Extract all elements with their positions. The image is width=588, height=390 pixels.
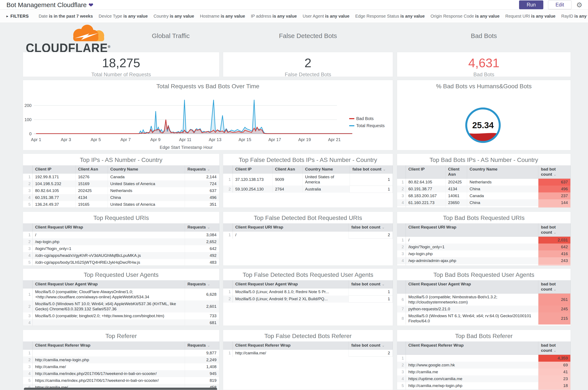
table-row[interactable]: 2Mozilla/5.0 (Linux; Android 9; Pixel 2 … (223, 295, 393, 303)
cell[interactable]: 6,628 (185, 289, 219, 301)
table-row[interactable]: 137.120.138.1739009United States of Amer… (223, 174, 393, 186)
cell[interactable]: 1 (349, 289, 393, 295)
cell[interactable]: 18 (539, 382, 571, 389)
table-row[interactable]: 2/login/?login_only=1642 (397, 244, 571, 250)
cell[interactable] (406, 355, 539, 362)
table-row[interactable]: 1192.99.8.17116276Canada2,144 (23, 174, 219, 181)
table-row[interactable]: 180.82.64.105202425Netherlands637 (397, 179, 571, 186)
table-row[interactable]: 461.160.221.7323650China144 (397, 199, 571, 206)
table-row[interactable]: 4/cdn-cgi/apps/head/xVgyKhR-vV3dAUGhMqfB… (23, 252, 219, 259)
table-row[interactable]: 3/login/?login_only=1642 (23, 245, 219, 252)
cell[interactable]: 37.120.138.173 (233, 174, 272, 186)
cell[interactable]: 945 (185, 370, 219, 377)
cell[interactable]: Mozilla/5.0 (Windows NT 6.1; Win64; x64;… (406, 312, 539, 325)
table-row[interactable]: 2Mozilla/5.0 (Windows NT 10.0; Win64; x6… (23, 300, 219, 312)
table-row[interactable]: 5 (397, 206, 571, 208)
filter-item[interactable]: User Agent is any value (303, 14, 349, 19)
cell[interactable]: 492 (185, 252, 219, 259)
column-header[interactable]: Client Request Referer Wrap (406, 341, 539, 355)
cell[interactable]: /wp-admin/admin-ajax.php (406, 257, 539, 264)
table-row[interactable]: 380.82.64.105202425Netherlands637 (23, 187, 219, 194)
cell[interactable]: 637 (185, 187, 219, 194)
cell[interactable]: 69 (539, 362, 571, 369)
edit-button[interactable]: Edit (548, 0, 572, 9)
cell[interactable]: 2,144 (185, 174, 219, 181)
filter-item[interactable]: Origin Response Code is any value (431, 14, 499, 19)
cell[interactable]: https://uptime.com/camilia.me (406, 375, 539, 382)
cell[interactable]: http://camilia.me/ (32, 363, 185, 370)
table-row[interactable]: 6Mozilla/5.0 (compatible; Nimbostratus-B… (397, 293, 571, 306)
table-row[interactable]: 19,877 (23, 350, 219, 357)
cell[interactable]: 3,084 (185, 232, 219, 239)
column-header[interactable]: Requests⌄ (185, 223, 219, 232)
column-header[interactable]: false bot count⌄ (350, 165, 393, 174)
cell[interactable]: 637 (539, 179, 571, 186)
cell[interactable] (406, 206, 445, 208)
cell[interactable]: http://camilia.me/ (233, 350, 349, 357)
table-row[interactable]: 14,359 (397, 355, 571, 362)
cell[interactable]: /wp-login.php (406, 250, 539, 257)
column-header[interactable]: Client Request User Agent Wrap (406, 280, 539, 293)
cell[interactable]: China (467, 199, 539, 206)
cell[interactable]: 192.99.8.171 (32, 174, 75, 181)
cell[interactable]: 14061 (445, 193, 467, 199)
cell[interactable]: 2,249 (185, 356, 219, 363)
cell[interactable]: 41 (539, 369, 571, 375)
cell[interactable]: http://camilia.me/wp-login.php (406, 382, 539, 389)
cell[interactable]: /cdn-cgi/apps/head/xVgyKhR-vV3dAUGhMqfBc… (32, 252, 185, 259)
cell[interactable]: 416 (539, 250, 571, 257)
cell[interactable]: 2764 (272, 186, 302, 193)
table-row[interactable]: 3http://camilia.me41 (397, 369, 571, 375)
cell[interactable]: 59.100.254.130 (233, 186, 272, 193)
table-row[interactable]: 5/xmlrpc.php124 (397, 264, 571, 266)
table-row[interactable]: 5https://camilia.me/index.php/2017/06/17… (23, 377, 219, 384)
filter-item[interactable]: Date is in the past 7 weeks (39, 14, 93, 19)
gear-icon[interactable]: ⚙ (576, 1, 583, 8)
column-header[interactable]: Requests⌄ (185, 341, 219, 350)
cell[interactable]: http://www.google.com.hk (406, 362, 539, 369)
table-row[interactable]: 3Mozilla/5.0 (compatible; bingbot/2.0; +… (23, 312, 219, 319)
cell[interactable]: Mozilla/5.0 (compatible; Nimbostratus-Bo… (406, 293, 539, 306)
cell[interactable]: 16276 (75, 174, 108, 181)
cell[interactable]: 60.191.38.77 (406, 186, 445, 193)
cell[interactable]: 15169 (75, 180, 108, 187)
cell[interactable]: http://camilia.me/index.php/2017/06/17/w… (32, 370, 185, 377)
column-header[interactable]: Client Request User Agent Wrap (32, 280, 185, 289)
cell[interactable]: 2,031 (539, 237, 571, 244)
cell[interactable]: 104.198.5.232 (32, 180, 75, 187)
cell[interactable]: 496 (185, 194, 219, 201)
table-row[interactable]: 8Mozilla/5.0 (Windows NT 6.1; Win64; x64… (397, 312, 571, 325)
cell[interactable]: Australia (302, 186, 350, 193)
column-header[interactable]: Client IP (233, 165, 272, 174)
table-row[interactable]: 1/3,084 (23, 232, 219, 239)
cell[interactable]: 9,877 (185, 350, 219, 357)
table-row[interactable]: 5/cdn-cgi/apps/body/3Lh52SjWTQ4HRlErJykH… (23, 259, 219, 266)
cell[interactable]: http://camilia.me/ (406, 389, 539, 390)
column-header[interactable]: Requests⌄ (185, 165, 219, 174)
table-horizontal-scrollbar[interactable] (24, 388, 217, 390)
cell[interactable]: 144 (539, 199, 571, 206)
cell[interactable]: 60.191.38.77 (32, 194, 75, 201)
cell[interactable]: / (233, 232, 349, 239)
cell[interactable]: Mozilla/5.0 (Windows NT 10.0; Win64; x64… (32, 300, 185, 312)
cell[interactable]: 80.82.64.105 (406, 179, 445, 186)
filter-item[interactable]: Edge Response Status is any value (355, 14, 425, 19)
table-row[interactable]: 368.183.200.16714061Canada237 (397, 193, 571, 199)
column-header[interactable]: Client Asn (445, 165, 467, 179)
cell[interactable] (32, 319, 185, 326)
table-row[interactable]: 1Mozilla/5.0 (Linux; Android 8.1.0; Redm… (223, 289, 393, 295)
cell[interactable]: 4,359 (539, 355, 571, 362)
cell[interactable]: 124 (539, 264, 571, 266)
cell[interactable]: 2 (349, 232, 393, 239)
column-header[interactable]: bad bot count⌄ (539, 223, 571, 237)
filter-item[interactable]: IP address is any value (251, 14, 297, 19)
table-row[interactable]: 4/wp-admin/admin-ajax.php243 (397, 257, 571, 264)
cell[interactable]: 19165 (75, 201, 108, 208)
cell[interactable]: China (108, 194, 185, 201)
timeseries-chart[interactable]: 0100200Apr 1Apr 3Apr 5Apr 7Apr 9Apr 11Ap… (23, 90, 393, 150)
table-row[interactable]: 2http://www.google.com.hk69 (397, 362, 571, 369)
cell[interactable] (32, 350, 185, 357)
table-row[interactable]: 260.191.38.774134China496 (397, 186, 571, 193)
column-header[interactable]: Client IP (32, 165, 75, 174)
cell[interactable] (445, 206, 467, 208)
